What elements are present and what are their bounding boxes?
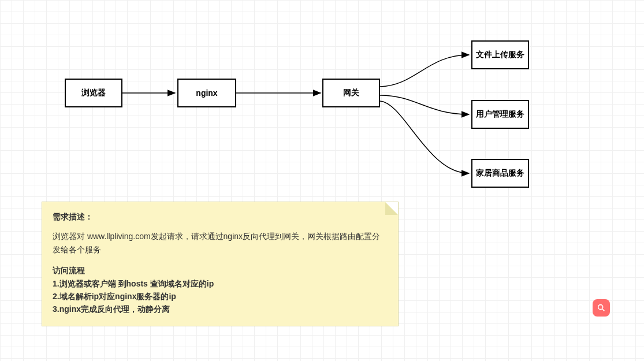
svg-point-3 [598, 305, 603, 310]
search-icon [597, 303, 606, 312]
node-home-goods[interactable]: 家居商品服务 [471, 159, 529, 188]
node-home-goods-label: 家居商品服务 [476, 168, 524, 178]
note-title: 需求描述： [53, 210, 388, 223]
note-step-2: 2.域名解析ip对应nginx服务器的ip [53, 290, 388, 303]
node-nginx-label: nginx [196, 88, 217, 98]
note-step-1: 1.浏览器或客户端 到hosts 查询域名对应的ip [53, 277, 388, 290]
svg-line-4 [602, 309, 604, 311]
search-button[interactable] [593, 299, 610, 317]
node-gateway[interactable]: 网关 [322, 79, 380, 107]
node-file-upload-label: 文件上传服务 [476, 50, 524, 60]
node-nginx[interactable]: nginx [177, 79, 236, 107]
requirements-note[interactable]: 需求描述： 浏览器对 www.llpliving.com发起请求，请求通过ngi… [42, 202, 399, 326]
note-subtitle: 访问流程 [53, 264, 388, 277]
node-user-mgmt-label: 用户管理服务 [476, 109, 524, 120]
node-file-upload[interactable]: 文件上传服务 [471, 40, 529, 69]
node-browser-label: 浏览器 [81, 88, 106, 98]
node-user-mgmt[interactable]: 用户管理服务 [471, 100, 529, 129]
note-description: 浏览器对 www.llpliving.com发起请求，请求通过nginx反向代理… [53, 230, 388, 256]
note-step-3: 3.nginx完成反向代理，动静分离 [53, 303, 388, 315]
node-gateway-label: 网关 [343, 88, 359, 98]
node-browser[interactable]: 浏览器 [65, 79, 122, 107]
